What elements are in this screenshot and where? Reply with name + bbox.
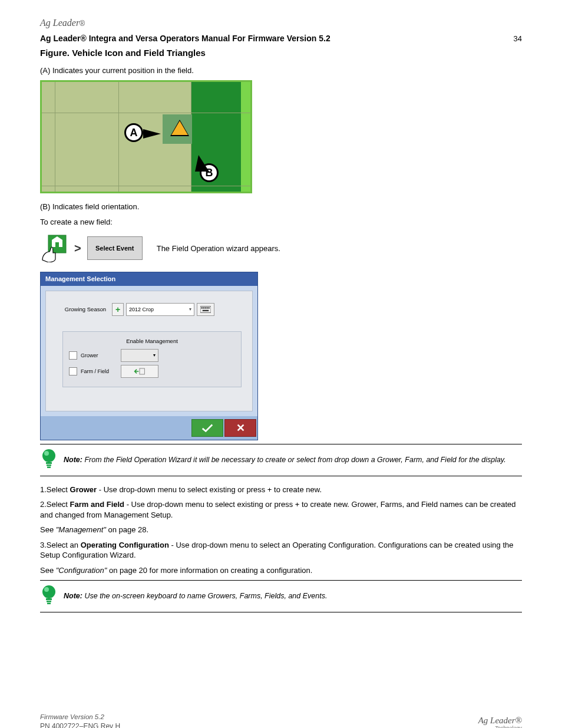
page-footer: Firmware Version 5.2 PN 4002722–ENG Rev … [40, 713, 522, 728]
footer-brand: Ag Leader® Technology [478, 716, 522, 728]
grower-checkbox[interactable] [69, 351, 77, 360]
step-3: 3.Select an Operating Configuration - Us… [40, 540, 522, 561]
step-3b: See "Configuration" on page 20 for more … [40, 565, 522, 576]
step-1: 1.Select Grower - Use drop-down menu to … [40, 485, 522, 495]
svg-point-15 [42, 585, 55, 598]
create-field-lead: To create a new field: [40, 217, 522, 228]
grower-value-box[interactable]: ▾ [121, 349, 158, 362]
farm-field-checkbox[interactable] [69, 367, 77, 375]
touch-hand-icon [40, 234, 68, 262]
management-selection-dialog: Management Selection Growing Season + 20… [40, 272, 258, 440]
pointer-b-icon [195, 155, 209, 172]
nav-path-row: > Select Event The Field Operation wizar… [40, 234, 522, 262]
dialog-title: Management Selection [41, 272, 257, 286]
svg-rect-9 [140, 368, 144, 374]
svg-rect-1 [55, 242, 59, 247]
svg-rect-13 [47, 465, 51, 466]
firmware-rev: Firmware Version 5.2 [40, 713, 120, 722]
section-heading: Figure. Vehicle Icon and Field Triangles [40, 47, 522, 59]
cancel-button[interactable]: ✕ [224, 419, 256, 437]
field-map-illustration: A B [40, 80, 252, 193]
svg-rect-14 [47, 467, 51, 469]
page-number: 34 [514, 34, 522, 44]
load-farm-field-button[interactable] [121, 365, 158, 378]
svg-rect-19 [47, 603, 51, 605]
brand-name: Ag Leader [40, 18, 80, 28]
svg-rect-17 [46, 598, 52, 600]
manual-title: Ag Leader® Integra and Versa Operators M… [40, 33, 330, 44]
callout-b-desc: (B) Indicates field orientation. [40, 202, 522, 212]
svg-point-11 [44, 451, 49, 456]
note-1: Note: Note: From the Field Operation Wiz… [40, 444, 522, 476]
farm-field-label: Farm / Field [81, 368, 117, 375]
svg-rect-7 [209, 307, 210, 308]
doc-header: Ag Leader® [40, 17, 522, 29]
pointer-a-icon [143, 129, 161, 139]
grower-label: Grower [81, 352, 117, 359]
svg-rect-3 [201, 307, 203, 308]
svg-rect-5 [205, 307, 206, 308]
svg-rect-4 [203, 307, 204, 308]
confirm-button[interactable] [191, 419, 223, 437]
svg-rect-6 [207, 307, 208, 308]
growing-season-label: Growing Season [57, 306, 110, 314]
growing-season-dropdown[interactable]: 2012 Crop [126, 303, 194, 316]
enable-management-label: Enable Management [69, 338, 235, 345]
chevron-icon: > [72, 241, 84, 256]
note-2-text: Note: Note: Use the on-screen keyboard t… [64, 591, 327, 601]
svg-rect-18 [47, 601, 51, 602]
svg-rect-12 [46, 462, 52, 464]
lightbulb-icon [40, 448, 58, 472]
doc-title-row: Ag Leader® Integra and Versa Operators M… [40, 33, 522, 44]
wizard-appears-text: The Field Operation wizard appears. [157, 243, 280, 254]
step-2b: See "Management" on page 28. [40, 525, 522, 535]
part-number: PN 4002722–ENG Rev H [40, 722, 120, 728]
svg-point-16 [44, 587, 49, 592]
select-event-button[interactable]: Select Event [87, 236, 143, 260]
add-season-button[interactable]: + [112, 303, 124, 316]
keyboard-button[interactable] [197, 303, 214, 316]
svg-point-10 [42, 449, 55, 462]
note-2: Note: Note: Use the on-screen keyboard t… [40, 580, 522, 612]
note-1-text: Note: Note: From the Field Operation Wiz… [64, 455, 506, 465]
callout-a-desc: (A) Indicates your current position in t… [40, 65, 522, 76]
lightbulb-icon [40, 584, 58, 608]
step-2: 2.Select Farm and Field - Use drop-down … [40, 499, 522, 520]
svg-rect-8 [203, 310, 209, 311]
